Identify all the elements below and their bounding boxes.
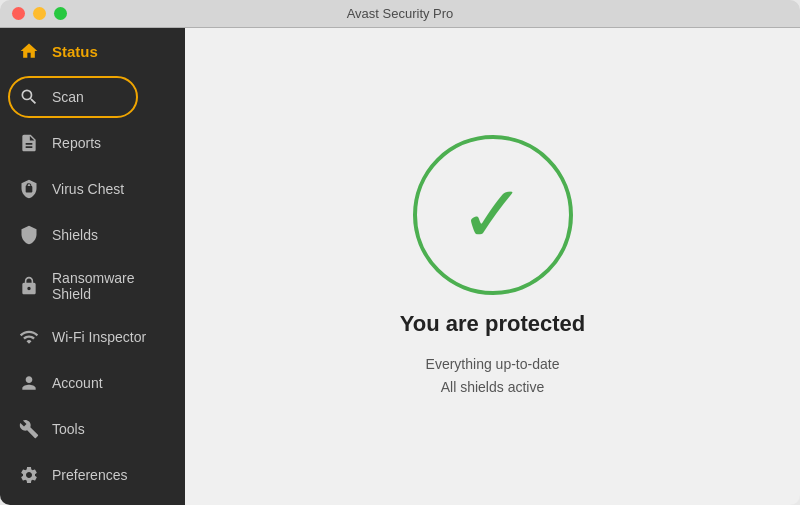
sidebar-chest-label: Virus Chest [52,181,124,197]
maximize-button[interactable] [54,7,67,20]
sidebar-item-scan[interactable]: Scan [0,74,185,120]
sidebar-item-wifi[interactable]: Wi-Fi Inspector [0,314,185,360]
close-button[interactable] [12,7,25,20]
app-body: Status Scan Reports [0,28,800,505]
sidebar-item-virus-chest[interactable]: Virus Chest [0,166,185,212]
sidebar-item-account[interactable]: Account [0,360,185,406]
titlebar: Avast Security Pro [0,0,800,28]
lock-key-icon [18,275,40,297]
protection-title: You are protected [400,311,585,337]
sidebar-wifi-label: Wi-Fi Inspector [52,329,146,345]
sidebar-item-preferences[interactable]: Preferences [0,452,185,498]
wrench-icon [18,418,40,440]
home-icon [18,40,40,62]
status-line1: Everything up-to-date [426,356,560,372]
sidebar-ransomware-label: Ransomware Shield [52,270,167,302]
sidebar-shields-label: Shields [52,227,98,243]
search-icon [18,86,40,108]
sidebar-item-reports[interactable]: Reports [0,120,185,166]
window-title: Avast Security Pro [347,6,454,21]
sidebar-scan-label: Scan [52,89,84,105]
main-content: ✓ You are protected Everything up-to-dat… [185,28,800,505]
sidebar-item-status[interactable]: Status [0,28,185,74]
protection-subtitle: Everything up-to-date All shields active [426,353,560,398]
minimize-button[interactable] [33,7,46,20]
document-icon [18,132,40,154]
gear-icon [18,464,40,486]
status-line2: All shields active [441,379,545,395]
window-controls[interactable] [12,7,67,20]
sidebar-item-shields[interactable]: Shields [0,212,185,258]
sidebar-status-label: Status [52,43,98,60]
person-icon [18,372,40,394]
wifi-icon [18,326,40,348]
shield-lock-icon [18,178,40,200]
sidebar-account-label: Account [52,375,103,391]
sidebar: Status Scan Reports [0,28,185,505]
checkmark-icon: ✓ [459,175,526,255]
sidebar-preferences-label: Preferences [52,467,127,483]
sidebar-tools-label: Tools [52,421,85,437]
sidebar-item-ransomware[interactable]: Ransomware Shield [0,258,185,314]
shield-icon [18,224,40,246]
sidebar-item-tools[interactable]: Tools [0,406,185,452]
protection-status-circle: ✓ [413,135,573,295]
sidebar-reports-label: Reports [52,135,101,151]
